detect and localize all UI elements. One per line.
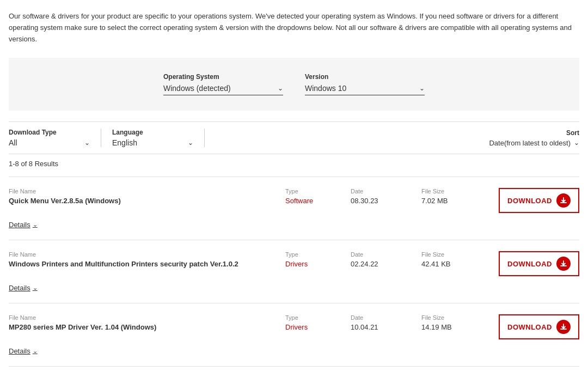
size-col: File Size 14.19 MB [421, 314, 481, 331]
type-value: Software [285, 197, 340, 205]
version-chevron-icon: ⌄ [419, 84, 425, 92]
type-value: Drivers [285, 323, 340, 331]
type-col: Type Drivers [285, 314, 340, 331]
size-value: 14.19 MB [421, 323, 481, 331]
download-icon [556, 193, 571, 208]
details-toggle[interactable]: Details ⌄ [9, 221, 579, 229]
details-toggle[interactable]: Details ⌄ [9, 347, 579, 355]
version-filter-label: Version [305, 73, 425, 81]
sort-label: Sort [566, 129, 579, 137]
version-filter-group: Version Windows 10 ⌄ [305, 73, 425, 95]
version-dropdown-value: Windows 10 [305, 84, 346, 93]
date-label: Date [351, 188, 411, 194]
download-button[interactable]: DOWNLOAD [499, 251, 579, 276]
details-toggle[interactable]: Details ⌄ [9, 284, 579, 292]
download-icon [556, 257, 571, 271]
type-label: Type [285, 188, 340, 194]
os-dropdown-value: Windows (detected) [163, 84, 231, 93]
version-dropdown[interactable]: Windows 10 ⌄ [305, 84, 425, 95]
size-col: File Size 42.41 KB [421, 251, 481, 268]
size-label: File Size [421, 188, 481, 194]
details-chevron-icon: ⌄ [33, 348, 38, 355]
type-col: Type Drivers [285, 251, 340, 268]
language-label: Language [112, 129, 193, 136]
type-col: Type Software [285, 188, 340, 205]
language-chevron-icon: ⌄ [188, 139, 193, 147]
date-col: Date 02.24.22 [351, 251, 411, 268]
download-button[interactable]: DOWNLOAD [499, 188, 579, 213]
size-col: File Size 7.02 MB [421, 188, 481, 205]
file-name-value: Quick Menu Ver.2.8.5a (Windows) [9, 197, 274, 205]
size-label: File Size [421, 251, 481, 258]
sort-chevron-icon: ⌄ [574, 139, 579, 147]
download-list: File Name Quick Menu Ver.2.8.5a (Windows… [9, 177, 579, 367]
details-chevron-icon: ⌄ [33, 284, 38, 291]
download-item-row: File Name Windows Printers and Multifunc… [9, 251, 579, 276]
size-value: 7.02 MB [421, 197, 481, 205]
download-item: File Name MP280 series MP Driver Ver. 1.… [9, 303, 579, 367]
sort-value: Date(from latest to oldest) [489, 139, 571, 147]
download-button[interactable]: DOWNLOAD [499, 314, 579, 339]
language-dropdown[interactable]: English ⌄ [112, 138, 193, 147]
os-filter-group: Operating System Windows (detected) ⌄ [163, 73, 283, 95]
download-item-row: File Name Quick Menu Ver.2.8.5a (Windows… [9, 188, 579, 213]
type-label: Type [285, 314, 340, 321]
sort-group: Sort Date(from latest to oldest) ⌄ [489, 129, 579, 147]
download-type-chevron-icon: ⌄ [84, 139, 90, 147]
download-btn-label: DOWNLOAD [507, 323, 552, 331]
date-value: 02.24.22 [351, 260, 411, 268]
language-value: English [112, 138, 137, 147]
download-btn-col: DOWNLOAD [492, 314, 579, 339]
download-item: File Name Quick Menu Ver.2.8.5a (Windows… [9, 177, 579, 240]
os-dropdown[interactable]: Windows (detected) ⌄ [163, 84, 283, 95]
download-item: File Name Windows Printers and Multifunc… [9, 240, 579, 303]
download-btn-col: DOWNLOAD [492, 188, 579, 213]
download-item-row: File Name MP280 series MP Driver Ver. 1.… [9, 314, 579, 339]
results-count: 1-8 of 8 Results [9, 160, 579, 168]
date-label: Date [351, 251, 411, 258]
file-info: File Name MP280 series MP Driver Ver. 1.… [9, 314, 274, 331]
details-label: Details [9, 221, 30, 229]
details-chevron-icon: ⌄ [33, 221, 38, 228]
download-icon [556, 320, 571, 334]
date-label: Date [351, 314, 411, 321]
size-value: 42.41 KB [421, 260, 481, 268]
date-col: Date 10.04.21 [351, 314, 411, 331]
file-info: File Name Quick Menu Ver.2.8.5a (Windows… [9, 188, 274, 205]
secondary-filters: Download Type All ⌄ Language English ⌄ S… [9, 121, 579, 154]
file-name-value: Windows Printers and Multifunction Print… [9, 260, 274, 268]
download-type-label: Download Type [9, 129, 90, 136]
os-filter-label: Operating System [163, 73, 283, 81]
download-type-group: Download Type All ⌄ [9, 129, 101, 147]
details-label: Details [9, 347, 30, 355]
details-label: Details [9, 284, 30, 292]
download-btn-label: DOWNLOAD [507, 197, 552, 205]
type-value: Drivers [285, 260, 340, 268]
date-value: 10.04.21 [351, 323, 411, 331]
file-name-label: File Name [9, 251, 274, 258]
file-info: File Name Windows Printers and Multifunc… [9, 251, 274, 268]
file-name-value: MP280 series MP Driver Ver. 1.04 (Window… [9, 323, 274, 331]
os-filter-section: Operating System Windows (detected) ⌄ Ve… [9, 58, 579, 111]
date-col: Date 08.30.23 [351, 188, 411, 205]
download-btn-col: DOWNLOAD [492, 251, 579, 276]
sort-dropdown[interactable]: Date(from latest to oldest) ⌄ [489, 139, 579, 147]
type-label: Type [285, 251, 340, 258]
size-label: File Size [421, 314, 481, 321]
file-name-label: File Name [9, 188, 274, 194]
os-chevron-icon: ⌄ [278, 84, 283, 92]
language-group: Language English ⌄ [112, 129, 205, 147]
download-btn-label: DOWNLOAD [507, 260, 552, 268]
date-value: 08.30.23 [351, 197, 411, 205]
file-name-label: File Name [9, 314, 274, 321]
download-type-dropdown[interactable]: All ⌄ [9, 138, 90, 147]
download-type-value: All [9, 138, 17, 147]
intro-text: Our software & drivers for your product … [9, 11, 579, 45]
